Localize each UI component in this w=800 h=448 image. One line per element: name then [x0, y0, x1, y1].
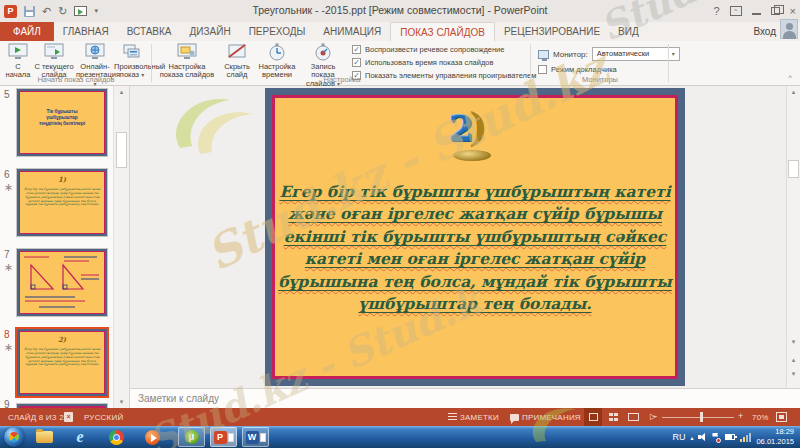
scroll-down-icon[interactable]: ▾ [787, 338, 800, 346]
action-center-flag-icon[interactable] [712, 433, 720, 442]
network-signal-icon[interactable] [740, 433, 751, 442]
thumbnail-slide-7[interactable] [17, 249, 107, 316]
taskbar: e µ P W RU ▴ 18:29 06.01.2015 [0, 426, 800, 448]
tab-file[interactable]: ФАЙЛ [0, 22, 54, 41]
scroll-up-icon[interactable]: ▴ [114, 88, 129, 96]
language-indicator[interactable]: РУССКИЙ [84, 413, 123, 422]
restore-icon[interactable] [771, 7, 780, 15]
save-icon[interactable] [24, 6, 35, 17]
checkbox-checked-icon: ✓ [352, 58, 361, 67]
battery-icon[interactable] [725, 434, 735, 440]
avatar[interactable] [780, 19, 798, 39]
word-taskbar-button[interactable]: W [242, 427, 269, 447]
start-button[interactable] [4, 427, 24, 447]
notes-pane[interactable]: Заметки к слайду [130, 388, 800, 408]
monitor-label: Монитор: [553, 50, 588, 59]
customize-qat-icon[interactable]: ▾ [94, 7, 98, 15]
checkbox-unchecked-icon [538, 65, 547, 74]
collapse-ribbon-icon[interactable]: ^ [788, 73, 792, 82]
scrollbar-thumb[interactable] [116, 132, 127, 168]
normal-view-button[interactable] [584, 408, 602, 426]
redo-icon[interactable]: ↻ [58, 4, 67, 18]
scroll-down-icon[interactable]: ▾ [114, 398, 129, 406]
tray-time: 18:29 [775, 427, 794, 436]
tray-clock[interactable]: 18:29 06.01.2015 [756, 427, 794, 447]
zoom-out-icon[interactable]: − [652, 411, 657, 421]
status-bar: СЛАЙД 8 ИЗ 24 × РУССКИЙ ЗАМЕТКИ ПРИМЕЧАН… [0, 408, 800, 426]
tab-slideshow[interactable]: ПОКАЗ СЛАЙДОВ [390, 22, 495, 41]
notes-toggle-button[interactable]: ЗАМЕТКИ [448, 413, 499, 422]
number-ornament: ) 2 [445, 107, 505, 163]
zoom-slider-track[interactable] [662, 417, 734, 418]
monitor-play-icon [42, 43, 66, 62]
tab-home[interactable]: ГЛАВНАЯ [54, 22, 118, 41]
previous-slide-icon[interactable]: ▴ [787, 356, 800, 364]
undo-icon[interactable]: ↶ [42, 4, 51, 18]
close-icon[interactable]: × [790, 4, 796, 18]
zoom-in-icon[interactable]: + [738, 411, 743, 421]
scrollbar-thumb[interactable] [788, 160, 799, 178]
thumbnail-slide-6[interactable]: 1) Егер бір тік бұрышты үшбұрыштың катет… [17, 169, 107, 236]
animation-star-icon: ∗ [4, 261, 13, 274]
volume-icon[interactable] [698, 433, 707, 441]
panel-divider[interactable] [129, 86, 130, 408]
thumbnail-slide-8-selected[interactable]: 2) Егер бір тік бұрышты үшбұрыштың катет… [17, 329, 107, 396]
quick-access-toolbar: P ↶ ↻ ▾ [4, 3, 98, 19]
thumb-number: 5 [4, 89, 10, 100]
system-tray: RU ▴ 18:29 06.01.2015 [672, 426, 800, 448]
slide-sorter-view-button[interactable] [604, 408, 622, 426]
fit-slide-to-window-icon[interactable] [776, 412, 787, 422]
minimize-icon[interactable] [752, 7, 761, 15]
scroll-up-icon[interactable]: ▴ [787, 88, 800, 96]
dropdown-icon: ▾ [672, 48, 675, 60]
notes-placeholder: Заметки к слайду [138, 393, 219, 404]
checkbox-use-timings[interactable]: ✓ Использовать время показа слайдов [352, 58, 493, 67]
utorrent-taskbar-button[interactable]: µ [178, 427, 205, 447]
help-icon[interactable]: ? [713, 4, 719, 18]
slide-editor[interactable]: ) 2 Егер бір тік бұрышты үшбұрыштың кате… [265, 88, 685, 386]
monitor-select[interactable]: Автоматически ▾ [592, 47, 680, 61]
powerpoint-icon: P [214, 431, 227, 444]
start-slideshow-icon[interactable] [74, 6, 87, 16]
internet-explorer-icon[interactable]: e [68, 428, 92, 446]
title-bar: P ↶ ↻ ▾ Треугольник - -2015.ppt [Режим с… [0, 0, 800, 22]
slide-sorter-icon [609, 413, 618, 421]
file-explorer-icon[interactable] [32, 428, 56, 446]
media-player-icon[interactable] [140, 428, 164, 446]
slide-body-text[interactable]: Егер бір тік бұрышты үшбұрыштың катеті ж… [276, 181, 674, 316]
record-clock-icon [311, 43, 335, 62]
tab-design[interactable]: ДИЗАЙН [181, 22, 240, 41]
chrome-icon[interactable] [104, 428, 128, 446]
tray-expand-icon[interactable]: ▴ [690, 434, 693, 441]
sign-in-button[interactable]: Вход [753, 22, 776, 41]
language-tray-indicator[interactable]: RU [672, 432, 685, 442]
reading-view-button[interactable] [624, 408, 642, 426]
thumbnail-slide-5[interactable]: Тік бұрышты үшбұрыштар теңдігінің белгіл… [17, 89, 107, 156]
spellcheck-icon[interactable]: × [64, 412, 73, 422]
thumbnail-scrollbar[interactable]: ▴ ▾ [113, 86, 129, 408]
next-slide-icon[interactable]: ▾ [787, 370, 800, 378]
comments-toggle-button[interactable]: ПРИМЕЧАНИЯ [510, 413, 581, 422]
ribbon-display-options-icon[interactable]: ^ [730, 6, 742, 16]
thumb-number-selected: 8 [4, 329, 10, 340]
tray-date: 06.01.2015 [756, 437, 794, 446]
monitor-play-icon [6, 43, 30, 62]
thumb-number: 7 [4, 249, 10, 260]
document-icon [228, 433, 234, 442]
slide-counter[interactable]: СЛАЙД 8 ИЗ 24 [8, 413, 68, 422]
document-icon [260, 433, 266, 442]
checkbox-play-narration[interactable]: ✓ Воспроизвести речевое сопровождение [352, 45, 504, 54]
tab-transitions[interactable]: ПЕРЕХОДЫ [240, 22, 315, 41]
tab-animations[interactable]: АНИМАЦИЯ [314, 22, 390, 41]
checkbox-presenter-view[interactable]: Режим докладчика [538, 65, 617, 74]
powerpoint-taskbar-button[interactable]: P [210, 427, 237, 447]
reading-view-icon [628, 413, 639, 421]
zoom-slider-thumb[interactable] [700, 412, 703, 422]
zoom-level[interactable]: 70% [752, 413, 769, 422]
tab-review[interactable]: РЕЦЕНЗИРОВАНИЕ [495, 22, 609, 41]
tab-insert[interactable]: ВСТАВКА [118, 22, 181, 41]
tab-view[interactable]: ВИД [609, 22, 648, 41]
notes-icon [448, 413, 457, 421]
window-title: Треугольник - -2015.ppt [Режим совместим… [200, 4, 600, 16]
main-scrollbar[interactable]: ▴ ▾ ▴ ▾ [786, 86, 800, 388]
